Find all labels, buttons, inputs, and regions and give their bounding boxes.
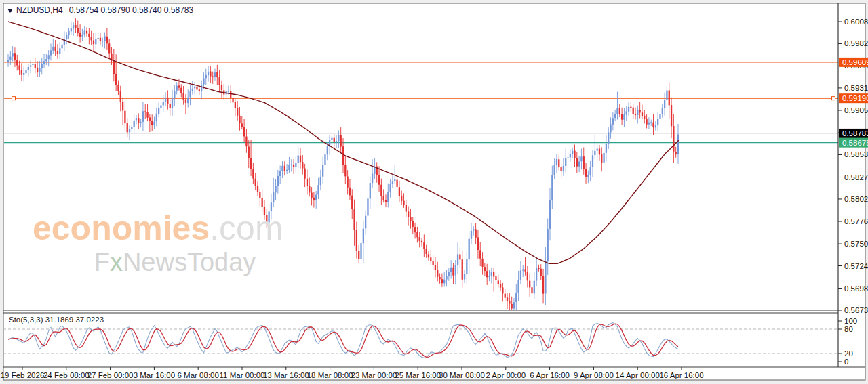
- candle-bull: [30, 65, 31, 66]
- candle-bull: [446, 276, 447, 280]
- candle-bear: [385, 200, 387, 202]
- candle-bull: [176, 86, 178, 91]
- candle-bear: [452, 268, 454, 276]
- candle-bear: [401, 196, 402, 201]
- time-tick-label: 13 Mar 16:00: [263, 371, 309, 379]
- candle-bear: [93, 41, 94, 45]
- candle-bull: [365, 216, 366, 229]
- time-tick-label: 6 Mar 08:00: [178, 371, 219, 379]
- chart-canvas[interactable]: 0.600800.598250.595650.593100.590500.587…: [0, 0, 868, 384]
- candle-bull: [201, 85, 202, 91]
- candle-bear: [423, 242, 425, 249]
- candle-bear: [300, 156, 301, 163]
- candle-bear: [408, 211, 409, 217]
- candle-bear: [479, 250, 481, 258]
- candle-bull: [360, 243, 361, 259]
- candle-bear: [486, 271, 488, 277]
- candle-bull: [570, 154, 571, 157]
- candle-bear: [542, 276, 544, 293]
- candle-bull: [336, 141, 337, 142]
- candle-bull: [268, 211, 269, 222]
- candle-bull: [163, 102, 164, 105]
- candle-bear: [428, 254, 429, 257]
- svg-text:0.58675: 0.58675: [842, 139, 868, 147]
- svg-text:0.58783: 0.58783: [842, 129, 868, 137]
- candle-bull: [594, 151, 595, 155]
- time-tick-label: 18 Mar 08:00: [307, 371, 353, 379]
- candle-bull: [592, 155, 593, 167]
- candle-bear: [642, 112, 643, 116]
- candle-bull: [623, 114, 625, 119]
- candle-bull: [363, 229, 364, 244]
- candle-bull: [637, 110, 638, 115]
- candle-bull: [443, 280, 445, 284]
- candle-bear: [313, 198, 315, 200]
- candle-bear: [558, 159, 559, 167]
- candle-bear: [196, 87, 197, 90]
- candle-bear: [498, 280, 499, 284]
- candle-bull: [515, 293, 517, 302]
- candle-bull: [536, 268, 537, 280]
- current-price-badge: 0.58783: [839, 129, 868, 138]
- candle-bull: [534, 281, 535, 294]
- candle-bull: [464, 274, 465, 279]
- candle-bear: [380, 185, 382, 196]
- candle-bull: [165, 98, 166, 102]
- candle-bull: [491, 272, 492, 276]
- candle-bear: [264, 207, 265, 215]
- candle-bull: [666, 91, 667, 100]
- price-tick-label: 0.57760: [844, 217, 868, 226]
- candle-bull: [61, 45, 62, 48]
- candle-bear: [576, 158, 578, 167]
- candle-bull: [522, 270, 524, 271]
- candle-bear: [259, 192, 260, 198]
- resistance-2-handle[interactable]: [12, 97, 16, 100]
- candle-bear: [284, 166, 285, 171]
- candle-bull: [194, 87, 195, 89]
- ohlc-quote-label: 0.58754 0.58790 0.58740 0.58783: [69, 5, 194, 15]
- candle-bear: [235, 102, 236, 108]
- candle-bear: [353, 209, 355, 230]
- candle-bull: [488, 276, 490, 277]
- candle-bear: [239, 116, 240, 123]
- candle-bear: [86, 31, 87, 34]
- candle-bear: [185, 100, 186, 103]
- candle-bear: [334, 138, 335, 142]
- candle-bear: [167, 98, 168, 104]
- candle-bear: [540, 269, 542, 276]
- candle-bull: [59, 48, 60, 54]
- candle-bear: [646, 119, 647, 125]
- price-tick-label: 0.58020: [844, 195, 868, 203]
- candle-bull: [457, 254, 458, 265]
- candle-bull: [549, 200, 551, 229]
- candle-bear: [399, 187, 400, 196]
- price-tick-label: 0.57245: [844, 262, 868, 270]
- candle-bull: [192, 89, 193, 91]
- candle-bull: [616, 108, 618, 114]
- candle-bear: [21, 70, 22, 74]
- candle-bear: [54, 47, 56, 51]
- candle-bear: [210, 72, 211, 77]
- candle-bear: [37, 68, 38, 72]
- candle-bull: [68, 31, 69, 35]
- candle-bull: [517, 280, 519, 293]
- candle-bull: [331, 138, 332, 140]
- candle-bull: [136, 118, 137, 120]
- resistance-2-handle[interactable]: [832, 97, 835, 100]
- candle-bear: [560, 167, 561, 171]
- candle-bear: [307, 179, 308, 186]
- candle-bear: [500, 284, 501, 288]
- candle-bear: [117, 85, 119, 91]
- candle-bear: [212, 77, 214, 77]
- candle-bear: [378, 175, 380, 185]
- price-tick-label: 0.58275: [844, 173, 868, 182]
- candle-bull: [315, 195, 317, 200]
- candle-bull: [469, 239, 470, 260]
- time-tick-label: 19 Feb 2026: [1, 371, 45, 379]
- candle-bull: [7, 60, 9, 62]
- candle-bull: [614, 114, 616, 118]
- candle-bear: [311, 193, 312, 198]
- candle-bear: [493, 272, 494, 276]
- time-tick-label: 9 Apr 08:00: [574, 371, 614, 379]
- candle-bull: [279, 171, 281, 176]
